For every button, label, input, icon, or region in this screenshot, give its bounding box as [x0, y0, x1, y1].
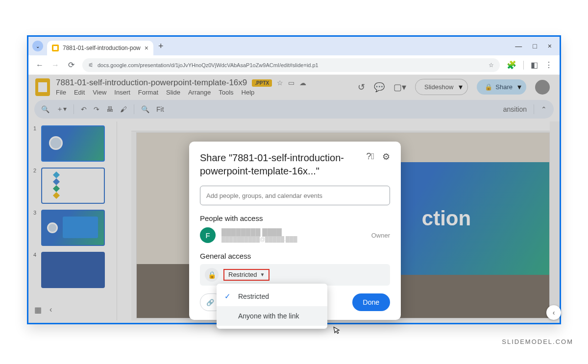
- separator: [523, 61, 524, 70]
- add-people-placeholder: Add people, groups, and calendar events: [206, 192, 322, 199]
- caret-down-icon: ▼: [260, 272, 265, 277]
- person-name: ████████ ████: [221, 228, 297, 236]
- settings-gear-icon[interactable]: ⚙: [382, 151, 390, 162]
- slides-favicon: [52, 45, 59, 51]
- address-bar: ← → ⟳ ⚟ docs.google.com/presentation/d/1…: [28, 55, 560, 75]
- person-avatar: F: [200, 227, 216, 243]
- done-label: Done: [363, 298, 379, 306]
- dialog-title: Share "7881-01-self-introduction-powerpo…: [200, 151, 366, 178]
- minimize-icon[interactable]: —: [515, 42, 522, 50]
- mouse-cursor-icon: [332, 325, 342, 337]
- extensions-icon[interactable]: 🧩: [507, 60, 516, 70]
- tab-strip: ⌄ 7881-01-self-introduction-pow × + — □ …: [28, 37, 560, 55]
- add-people-input[interactable]: Add people, groups, and calendar events: [200, 186, 390, 205]
- url-text: docs.google.com/presentation/d/1joJvYHno…: [98, 62, 318, 68]
- close-tab-icon[interactable]: ×: [145, 44, 148, 52]
- bookmark-star-icon[interactable]: ☆: [489, 62, 494, 69]
- lock-circle-icon: 🔒: [205, 268, 219, 282]
- forward-icon[interactable]: →: [51, 61, 60, 70]
- general-access-label: General access: [200, 252, 390, 260]
- option-anyone-with-link[interactable]: Anyone with the link: [217, 306, 327, 326]
- reload-icon[interactable]: ⟳: [67, 60, 75, 70]
- people-with-access-label: People with access: [200, 214, 390, 222]
- general-access-row: 🔒 Restricted ▼ Restricted Anyone with th…: [200, 264, 390, 286]
- new-tab-button[interactable]: +: [158, 41, 164, 51]
- close-window-icon[interactable]: ×: [548, 42, 552, 50]
- browser-window: ⌄ 7881-01-self-introduction-pow × + — □ …: [27, 35, 561, 324]
- sidepanel-icon[interactable]: ◧: [531, 60, 538, 70]
- avatar-initial: F: [205, 231, 210, 240]
- show-side-panel-button[interactable]: ‹: [546, 305, 561, 320]
- help-icon[interactable]: ?⃝: [366, 151, 374, 162]
- role-owner: Owner: [371, 232, 390, 239]
- option-restricted-label: Restricted: [238, 292, 269, 300]
- site-info-icon[interactable]: ⚟: [88, 62, 94, 69]
- access-current-value: Restricted: [228, 271, 257, 278]
- app-area: 7881-01-self-introduction-powerpoint-tem…: [28, 75, 560, 323]
- maximize-icon[interactable]: □: [533, 42, 537, 50]
- option-anyone-label: Anyone with the link: [238, 312, 299, 320]
- share-dialog: Share "7881-01-self-introduction-powerpo…: [189, 142, 401, 320]
- person-email: ██████████@█████.███: [221, 236, 297, 242]
- back-icon[interactable]: ←: [35, 61, 44, 70]
- person-row[interactable]: F ████████ ████ ██████████@█████.███ Own…: [200, 227, 390, 243]
- tab-title: 7881-01-self-introduction-pow: [63, 45, 141, 51]
- option-restricted[interactable]: Restricted: [217, 287, 327, 306]
- browser-menu-icon[interactable]: ⋮: [545, 60, 553, 70]
- tabs-menu-button[interactable]: ⌄: [32, 41, 43, 51]
- url-bar[interactable]: ⚟ docs.google.com/presentation/d/1joJvYH…: [82, 58, 500, 72]
- access-dropdown-menu: Restricted Anyone with the link: [217, 284, 327, 329]
- access-dropdown-button[interactable]: Restricted ▼: [223, 269, 270, 281]
- browser-tab[interactable]: 7881-01-self-introduction-pow ×: [47, 41, 153, 55]
- done-button[interactable]: Done: [352, 293, 390, 311]
- watermark: SLIDEMODEL.COM: [502, 338, 573, 345]
- link-icon: 🔗: [206, 299, 214, 306]
